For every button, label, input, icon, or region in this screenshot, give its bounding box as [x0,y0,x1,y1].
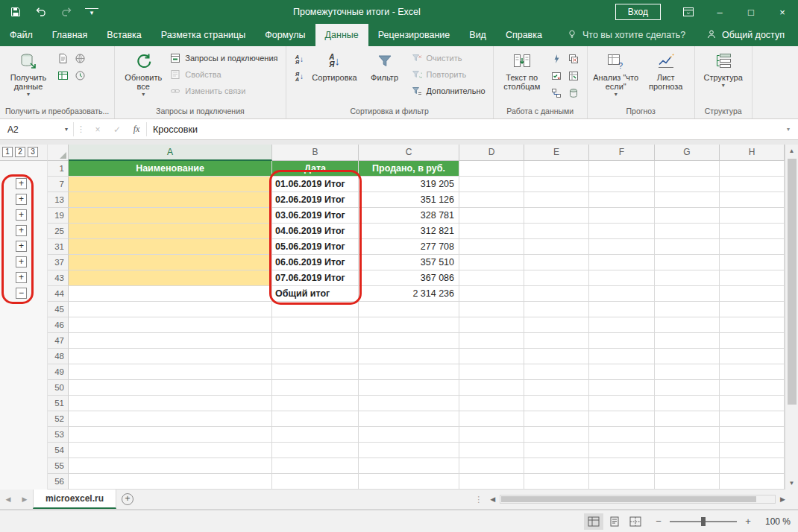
cell-C53[interactable] [359,427,459,443]
cell-C44[interactable]: 2 314 236 [359,286,459,302]
tell-me-search[interactable]: Что вы хотите сделать? [567,24,685,46]
cell-D7[interactable] [459,177,524,192]
column-header-e[interactable]: E [524,145,589,161]
cell-E1[interactable] [524,161,589,177]
cell-B46[interactable] [272,317,359,333]
cell-B43[interactable]: 07.06.2019 Итог [272,270,359,286]
sort-button[interactable]: АЯ↓ Сортировка [311,48,359,104]
cell-B53[interactable] [272,427,359,443]
recent-sources-icon[interactable] [75,70,87,82]
row-header-48[interactable]: 48 [48,349,69,364]
cell-E44[interactable] [524,286,589,302]
cell-G13[interactable] [655,192,720,208]
cell-A46[interactable] [69,317,272,333]
cell-D44[interactable] [459,286,524,302]
scroll-up-icon[interactable]: ▲ [789,145,795,157]
cell-F13[interactable] [589,192,655,208]
zoom-out-icon[interactable]: − [654,516,663,527]
close-button[interactable]: × [767,0,798,24]
cell-E51[interactable] [524,396,589,411]
cell-D53[interactable] [459,427,524,443]
properties-button[interactable]: Свойства [169,66,280,83]
cell-F52[interactable] [589,411,655,427]
cell-H54[interactable] [720,443,785,458]
sort-descending-button[interactable]: ЯА ↓ [291,69,309,84]
share-button[interactable]: Общий доступ [706,24,798,46]
cell-F25[interactable] [589,224,655,239]
cell-H51[interactable] [720,396,785,411]
column-header-f[interactable]: F [589,145,655,161]
cell-A43[interactable] [69,270,272,286]
expand-group-button[interactable]: + [16,256,27,267]
expand-group-button[interactable]: + [16,272,27,283]
row-header-49[interactable]: 49 [48,364,69,380]
cell-F51[interactable] [589,396,655,411]
cell-B48[interactable] [272,349,359,364]
filter-button[interactable]: Фильтр [361,48,409,104]
cell-A13[interactable] [69,192,272,208]
cell-A37[interactable] [69,255,272,270]
cell-C49[interactable] [359,364,459,380]
cell-B25[interactable]: 04.06.2019 Итог [272,224,359,239]
row-header-45[interactable]: 45 [48,302,69,317]
cell-E25[interactable] [524,224,589,239]
cell-G51[interactable] [655,396,720,411]
cell-E19[interactable] [524,208,589,224]
hscroll-left-icon[interactable]: ◀ [488,495,497,503]
cell-F1[interactable] [589,161,655,177]
cell-D50[interactable] [459,380,524,396]
column-header-g[interactable]: G [655,145,720,161]
ribbon-tab-page-layout[interactable]: Разметка страницы [151,24,255,46]
cell-A49[interactable] [69,364,272,380]
cell-D48[interactable] [459,349,524,364]
outline-level-3[interactable]: 3 [28,147,38,157]
ribbon-tab-file[interactable]: Файл [0,24,43,46]
cell-G44[interactable] [655,286,720,302]
cell-E43[interactable] [524,270,589,286]
cell-G7[interactable] [655,177,720,192]
cell-F53[interactable] [589,427,655,443]
cell-F7[interactable] [589,177,655,192]
cell-D47[interactable] [459,333,524,349]
row-header-37[interactable]: 37 [48,255,69,270]
cell-E54[interactable] [524,443,589,458]
cell-H43[interactable] [720,270,785,286]
cell-A56[interactable] [69,474,272,490]
column-header-a[interactable]: A [69,145,272,161]
cell-D31[interactable] [459,239,524,255]
cell-D49[interactable] [459,364,524,380]
cell-F19[interactable] [589,208,655,224]
cell-D56[interactable] [459,474,524,490]
new-sheet-button[interactable]: + [116,490,139,509]
cell-D55[interactable] [459,458,524,474]
cell-H13[interactable] [720,192,785,208]
cell-G53[interactable] [655,427,720,443]
cell-D45[interactable] [459,302,524,317]
row-header-19[interactable]: 19 [48,208,69,224]
cell-H1[interactable] [720,161,785,177]
cell-C45[interactable] [359,302,459,317]
cell-H52[interactable] [720,411,785,427]
cell-D25[interactable] [459,224,524,239]
row-header-53[interactable]: 53 [48,427,69,443]
cell-D43[interactable] [459,270,524,286]
consolidate-icon[interactable] [568,70,579,82]
save-icon[interactable] [9,5,22,19]
column-header-b[interactable]: B [272,145,359,161]
ribbon-tab-insert[interactable]: Вставка [97,24,151,46]
cell-A19[interactable] [69,208,272,224]
cell-E50[interactable] [524,380,589,396]
cell-H53[interactable] [720,427,785,443]
tab-scroll-splitter[interactable]: ⋮ [471,495,486,504]
cancel-icon[interactable]: × [88,119,107,139]
page-break-view-icon[interactable] [626,513,645,530]
cell-H31[interactable] [720,239,785,255]
cell-E53[interactable] [524,427,589,443]
cell-C1[interactable]: Продано, в руб. [359,161,459,177]
structure-button[interactable]: Структура ▾ [700,48,747,104]
cell-C56[interactable] [359,474,459,490]
ribbon-tab-formulas[interactable]: Формулы [255,24,315,46]
row-header-50[interactable]: 50 [48,380,69,396]
queries-connections-button[interactable]: Запросы и подключения [169,50,280,66]
cell-E47[interactable] [524,333,589,349]
